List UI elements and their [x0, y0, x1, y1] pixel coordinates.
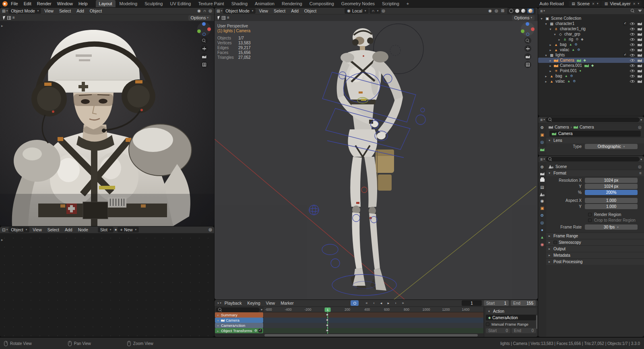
- filter-dropdown-icon[interactable]: ▾: [640, 158, 642, 161]
- lens-panel-header[interactable]: Lens: [546, 137, 644, 143]
- metadata-panel-header[interactable]: Metadata: [546, 252, 644, 258]
- aspect-x-field[interactable]: 1.000: [585, 198, 638, 203]
- world-tab-icon[interactable]: ◉: [541, 199, 544, 204]
- expand-icon[interactable]: [544, 53, 548, 57]
- particles-tab-icon[interactable]: ◎: [541, 220, 544, 225]
- menu-select[interactable]: Select: [271, 8, 288, 14]
- hide-render-icon[interactable]: [638, 59, 642, 62]
- pan-button[interactable]: [201, 45, 208, 52]
- scene-unlink-icon[interactable]: ×: [592, 2, 594, 6]
- action-datablock-field[interactable]: ◆ CameraAction: [486, 315, 536, 320]
- camera-data-tab-active[interactable]: [538, 147, 546, 152]
- hide-viewport-icon[interactable]: [630, 42, 635, 47]
- search-toggle-icon[interactable]: ▾: [261, 308, 262, 312]
- transform-orientation-dropdown[interactable]: ◉ Local: [345, 8, 368, 14]
- hide-viewport-icon[interactable]: [630, 58, 635, 62]
- menu-window[interactable]: Window: [55, 1, 75, 6]
- horizontal-scrollbar[interactable]: [264, 334, 478, 337]
- slot-dropdown[interactable]: Slot: [98, 227, 114, 233]
- options-button[interactable]: Options: [512, 15, 535, 21]
- expand-icon[interactable]: [216, 318, 220, 322]
- next-keyframe-button[interactable]: ›: [392, 300, 399, 306]
- pin-icon[interactable]: ◎: [208, 227, 212, 232]
- outliner-row-point-001[interactable]: ☀ Point.001 ●: [538, 68, 644, 73]
- menu-add[interactable]: Add: [289, 8, 301, 14]
- shading-rendered-active[interactable]: [527, 8, 534, 13]
- menu-playback[interactable]: Playback: [222, 300, 244, 306]
- outliner-row-char-grp[interactable]: ◇ char_grp: [538, 31, 644, 37]
- menu-select[interactable]: Select: [57, 8, 73, 14]
- hide-render-icon[interactable]: [638, 33, 642, 36]
- shading-material-icon[interactable]: [521, 9, 525, 13]
- channel-enable-checkbox[interactable]: [258, 329, 262, 332]
- snapping-dropdown[interactable]: ∩: [369, 8, 381, 14]
- axis-z-dot[interactable]: [526, 22, 529, 26]
- shading-wireframe-icon[interactable]: [509, 9, 513, 13]
- hide-viewport-icon[interactable]: [630, 21, 635, 26]
- outliner-row-scene-collection[interactable]: ▣ Scene Collection: [538, 16, 644, 21]
- expand-icon[interactable]: [544, 74, 548, 78]
- expand-icon[interactable]: [216, 328, 220, 333]
- shading-solid-icon[interactable]: [515, 9, 519, 13]
- expand-icon[interactable]: [544, 21, 548, 26]
- frame-range-panel-header[interactable]: Frame Range: [546, 233, 644, 239]
- output-panel-header[interactable]: Output: [546, 245, 644, 252]
- orientation-globe-icon[interactable]: ◉: [197, 8, 201, 13]
- action-panel-header[interactable]: Action: [486, 308, 536, 314]
- frame-rate-dropdown[interactable]: 30 fps: [585, 224, 638, 230]
- search-icon[interactable]: [631, 9, 635, 13]
- tool-option-icon[interactable]: [7, 16, 11, 20]
- hide-render-icon[interactable]: [638, 48, 642, 52]
- hide-viewport-icon[interactable]: [630, 37, 635, 42]
- outliner-row-rig[interactable]: ⋔ rig ⚙ ◆: [538, 37, 644, 42]
- editor-type-icon[interactable]: ≡: [540, 157, 545, 162]
- aspect-y-field[interactable]: 1.000: [585, 204, 638, 209]
- expand-icon[interactable]: [557, 37, 561, 42]
- physics-tab-icon[interactable]: ◎: [541, 140, 544, 145]
- show-overlays-icon[interactable]: ◎: [495, 8, 498, 13]
- node-grid-canvas[interactable]: [0, 234, 214, 337]
- magnet-snap-icon[interactable]: ∩: [203, 8, 206, 13]
- channel-object-transforms[interactable]: Object Transforms ⚙: [215, 328, 263, 333]
- breadcrumb-data[interactable]: Camera: [580, 125, 594, 129]
- mode-dropdown[interactable]: Object Mode: [8, 8, 41, 14]
- post-processing-panel-header[interactable]: Post Processing: [546, 258, 644, 265]
- hide-viewport-icon[interactable]: [630, 63, 635, 68]
- hide-viewport-icon[interactable]: [630, 53, 635, 57]
- blender-logo-icon[interactable]: [2, 1, 8, 6]
- channel-camera-action[interactable]: CameraAction: [215, 323, 263, 328]
- time-ruler[interactable]: -600 -400 -200 200 400 600 800 1000 1200…: [264, 307, 483, 312]
- menu-node[interactable]: Node: [76, 227, 91, 233]
- render-tab-icon[interactable]: [540, 172, 545, 175]
- zoom-button[interactable]: [201, 37, 208, 44]
- outliner-row-camera-001[interactable]: Camera.001 ◆: [538, 63, 644, 68]
- pan-button[interactable]: [524, 45, 531, 52]
- playhead-frame-tag[interactable]: 1: [325, 307, 331, 312]
- menu-keying[interactable]: Keying: [245, 300, 262, 306]
- pin-icon[interactable]: ◎: [638, 164, 642, 169]
- hide-viewport-icon[interactable]: [630, 74, 635, 78]
- view-layer-tab-icon[interactable]: ▤: [540, 185, 544, 190]
- breadcrumb-scene[interactable]: Scene: [555, 164, 567, 169]
- resolution-percent-field[interactable]: 200%: [585, 190, 638, 195]
- hide-viewport-icon[interactable]: [630, 27, 635, 31]
- show-gizmo-icon[interactable]: ◉: [488, 8, 492, 13]
- perspective-toggle-button[interactable]: [524, 61, 531, 68]
- toggle-xray-icon[interactable]: ⊞: [501, 8, 504, 13]
- workspace-tab-geometry-nodes[interactable]: Geometry Nodes: [338, 1, 378, 6]
- menu-select[interactable]: Select: [45, 227, 62, 233]
- filter-dropdown-icon[interactable]: ▾: [640, 118, 642, 122]
- workspace-tab-animation[interactable]: Animation: [252, 1, 278, 6]
- frame-start-field[interactable]: Start1: [484, 300, 509, 306]
- breadcrumb-object[interactable]: Camera: [555, 125, 569, 129]
- workspace-tab-sculpting[interactable]: Sculpting: [141, 1, 166, 6]
- hide-render-icon[interactable]: [638, 75, 642, 78]
- keyframe-region[interactable]: -600 -400 -200 200 400 600 800 1000 1200…: [264, 307, 483, 337]
- scene-selector[interactable]: ▤ Scene ×: [569, 1, 601, 6]
- axis-neg-z-dot[interactable]: [202, 33, 206, 36]
- lens-type-dropdown[interactable]: Orthographic: [585, 144, 638, 149]
- expand-icon[interactable]: [549, 58, 552, 62]
- menu-view[interactable]: View: [30, 227, 44, 233]
- axis-z-dot[interactable]: [202, 22, 206, 26]
- menu-view[interactable]: View: [264, 300, 278, 306]
